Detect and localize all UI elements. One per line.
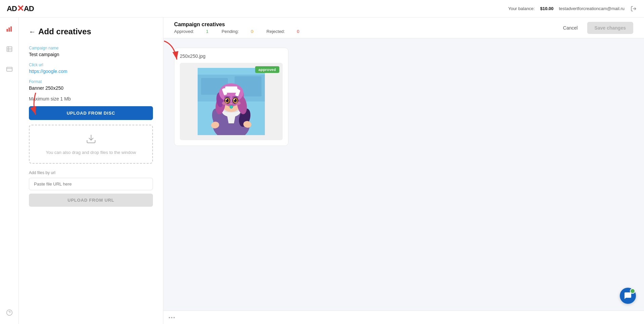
svg-point-54 bbox=[230, 106, 232, 108]
url-input[interactable] bbox=[29, 178, 153, 190]
drop-icon bbox=[86, 133, 96, 147]
svg-point-47 bbox=[222, 102, 227, 105]
approved-badge: approved bbox=[255, 66, 279, 73]
add-by-url-label: Add files by url bbox=[29, 170, 153, 175]
creative-filename: 250x250.jpg bbox=[180, 53, 283, 59]
creative-area: 250x250.jpg approved bbox=[163, 38, 644, 311]
cancel-button[interactable]: Cancel bbox=[558, 23, 583, 33]
svg-rect-50 bbox=[225, 86, 237, 90]
logo-x: ✕ bbox=[17, 3, 24, 14]
sidebar-icon-card[interactable] bbox=[3, 63, 15, 75]
click-url-label: Click url bbox=[29, 63, 153, 67]
logout-icon[interactable] bbox=[630, 5, 637, 12]
format-value: Banner 250x250 bbox=[29, 85, 153, 91]
dot-menu[interactable] bbox=[169, 317, 175, 318]
approved-label: Approved: bbox=[174, 29, 194, 34]
sidebar-icon-chart[interactable] bbox=[3, 23, 15, 35]
back-arrow-icon[interactable]: ← bbox=[29, 28, 36, 36]
topnav-right: Your balance: $10.00 testadvertforcreati… bbox=[508, 5, 637, 12]
svg-rect-2 bbox=[8, 28, 9, 32]
sidebar-icon-help[interactable] bbox=[3, 307, 15, 319]
right-content: Campaign creatives Approved: 1 Pending: … bbox=[163, 17, 644, 324]
balance-amount: $10.00 bbox=[540, 6, 554, 11]
click-url-value[interactable]: https://google.com bbox=[29, 69, 153, 74]
creative-card: 250x250.jpg approved bbox=[174, 48, 288, 146]
pending-label: Pending: bbox=[222, 29, 239, 34]
creative-image bbox=[198, 68, 265, 135]
dot2 bbox=[171, 317, 172, 318]
user-email: testadvertforcreationcam@mail.ru bbox=[559, 6, 625, 11]
sidebar bbox=[0, 17, 19, 324]
svg-point-46 bbox=[230, 103, 232, 104]
dot3 bbox=[173, 317, 175, 318]
rejected-label: Rejected: bbox=[267, 29, 285, 34]
format-label: Format bbox=[29, 79, 153, 84]
logo-ad-left: AD bbox=[7, 4, 17, 13]
svg-rect-1 bbox=[6, 29, 7, 32]
sidebar-icon-table[interactable] bbox=[3, 43, 15, 55]
svg-point-44 bbox=[226, 99, 227, 100]
page-title: Add creatives bbox=[38, 27, 91, 36]
left-panel: ← Add creatives Campaign name Test campa… bbox=[19, 17, 163, 324]
campaign-name-label: Campaign name bbox=[29, 46, 153, 50]
rejected-count: 0 bbox=[297, 29, 299, 34]
logo: AD✕AD bbox=[7, 3, 34, 14]
balance-label: Your balance: bbox=[508, 6, 535, 11]
svg-rect-8 bbox=[6, 67, 12, 71]
approved-count: 1 bbox=[206, 29, 208, 34]
svg-rect-4 bbox=[7, 47, 12, 52]
logo-ad-right: AD bbox=[24, 4, 34, 13]
topnav: AD✕AD Your balance: $10.00 testadvertfor… bbox=[0, 0, 644, 17]
pending-count: 0 bbox=[251, 29, 253, 34]
bottombar bbox=[163, 311, 644, 324]
back-link[interactable]: ← Add creatives bbox=[29, 27, 153, 36]
dot1 bbox=[169, 317, 170, 318]
campaign-name-value: Test campaign bbox=[29, 52, 153, 57]
svg-point-45 bbox=[234, 99, 235, 100]
content-topbar: Campaign creatives Approved: 1 Pending: … bbox=[163, 17, 644, 38]
main-layout: ← Add creatives Campaign name Test campa… bbox=[0, 17, 644, 324]
upload-url-button[interactable]: UPLOAD FROM URL bbox=[29, 194, 153, 207]
creative-image-wrap: approved bbox=[180, 63, 283, 140]
svg-point-48 bbox=[235, 102, 241, 105]
topbar-actions: Cancel Save changes bbox=[558, 22, 633, 34]
save-button[interactable]: Save changes bbox=[587, 22, 633, 34]
chat-button[interactable] bbox=[620, 288, 636, 304]
drop-text: You can also drag and drop files to the … bbox=[46, 150, 136, 155]
upload-disc-button[interactable]: UPLOAD FROM DISC bbox=[29, 106, 153, 120]
svg-rect-3 bbox=[10, 27, 11, 32]
max-size-text: Maximum size 1 Mb bbox=[29, 96, 153, 102]
drop-zone[interactable]: You can also drag and drop files to the … bbox=[29, 125, 153, 164]
stats-row: Approved: 1 Pending: 0 Rejected: 0 bbox=[174, 29, 299, 34]
campaign-creatives-title: Campaign creatives bbox=[174, 22, 299, 28]
